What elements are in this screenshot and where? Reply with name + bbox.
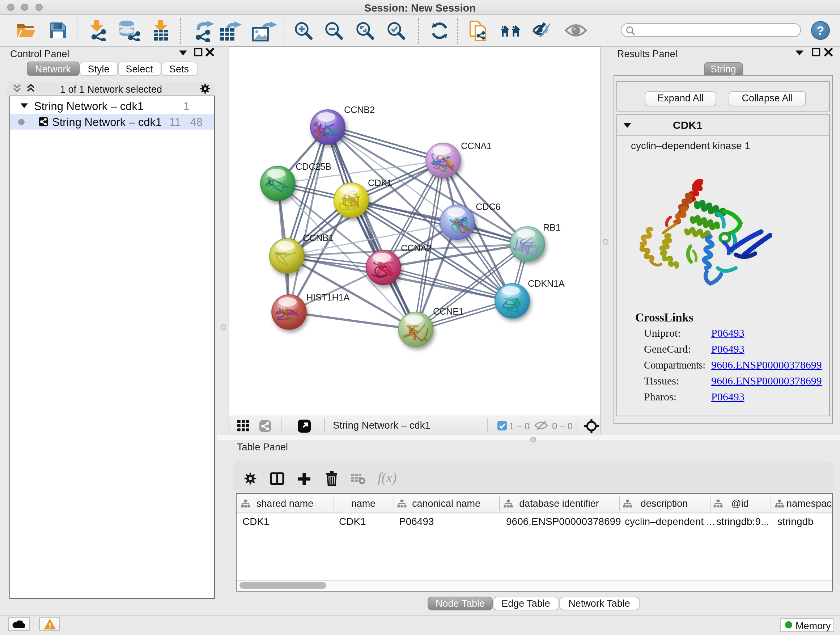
- svg-text:CDK1: CDK1: [368, 178, 392, 188]
- svg-text:CCNA1: CCNA1: [461, 141, 492, 151]
- svg-text:CCNB1: CCNB1: [303, 233, 333, 243]
- svg-text:CDC6: CDC6: [476, 202, 500, 212]
- svg-text:CCNA2: CCNA2: [401, 243, 431, 253]
- svg-text:HIST1H1A: HIST1H1A: [306, 292, 350, 302]
- svg-text:CCNB2: CCNB2: [344, 105, 375, 115]
- svg-text:CDC25B: CDC25B: [295, 162, 332, 172]
- svg-text:CCNE1: CCNE1: [433, 306, 464, 317]
- svg-text:CDKN1A: CDKN1A: [528, 279, 565, 288]
- svg-text:RB1: RB1: [543, 222, 561, 233]
